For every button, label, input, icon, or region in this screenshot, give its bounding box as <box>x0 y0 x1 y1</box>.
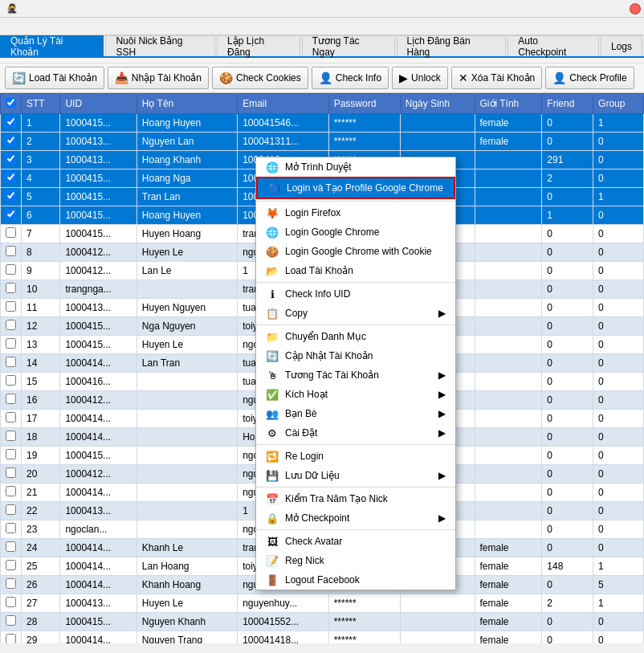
cell-stt: 23 <box>22 520 60 539</box>
tab-4[interactable]: Lịch Đăng Bán Hàng <box>397 35 507 56</box>
ctx-item-9[interactable]: 🔄Cập Nhật Tài Khoản <box>256 346 455 365</box>
row-checkbox[interactable] <box>1 206 22 225</box>
tab-5[interactable]: Auto Checkpoint <box>507 35 599 56</box>
tab-2[interactable]: Lập Lịch Đăng <box>217 35 300 56</box>
menu-help[interactable] <box>29 25 42 28</box>
tab-0[interactable]: Quản Lý Tài Khoản <box>0 35 104 56</box>
row-checkbox[interactable] <box>1 428 22 447</box>
row-checkbox[interactable] <box>1 169 22 188</box>
ctx-label-6: Check Info UID <box>285 288 350 300</box>
row-checkbox[interactable] <box>1 594 22 613</box>
row-checkbox[interactable] <box>1 336 22 354</box>
ctx-item-4[interactable]: 🍪Login Google Chrome with Cookie <box>256 242 455 261</box>
toolbar-btn-label-0: Load Tài Khoản <box>29 72 97 84</box>
cell-stt: 29 <box>22 631 60 644</box>
tab-3[interactable]: Tương Tác Ngay <box>302 35 395 56</box>
cell-họ-tên: Lan Hoang <box>137 557 237 576</box>
ctx-item-17[interactable]: 🔒Mở Checkpoint▶ <box>256 508 455 528</box>
ctx-icon-8: 📁 <box>266 330 279 343</box>
ctx-icon-17: 🔒 <box>266 512 279 524</box>
table-row[interactable]: 291000414...Nguyen Trang100041418...****… <box>1 631 644 644</box>
ctx-item-16[interactable]: 📅Kiểm Tra Năm Tạo Nick <box>256 489 455 508</box>
ctx-arrow-10: ▶ <box>438 369 446 381</box>
ctx-item-12[interactable]: 👥Bạn Bè▶ <box>256 404 455 423</box>
row-checkbox[interactable] <box>1 114 22 133</box>
row-checkbox[interactable] <box>1 262 22 280</box>
cell-uid: 1000415... <box>60 169 137 188</box>
row-checkbox[interactable] <box>1 317 22 336</box>
row-checkbox[interactable] <box>1 133 22 151</box>
table-row[interactable]: 271000413...Huyen Lenguyenhuy...******fe… <box>1 594 644 613</box>
row-checkbox[interactable] <box>1 447 22 465</box>
cell-friend: 0 <box>542 391 593 410</box>
ctx-item-19[interactable]: 📝Reg Nick <box>256 551 455 570</box>
ctx-item-20[interactable]: 🚪Logout Facebook <box>256 570 455 590</box>
ctx-item-11[interactable]: ✅Kích Hoạt▶ <box>256 385 455 404</box>
toolbar-btn-4[interactable]: ▶Unlock <box>392 67 448 89</box>
toolbar-btn-6[interactable]: 👤Check Profile <box>545 67 634 89</box>
ctx-item-7[interactable]: 📋Copy▶ <box>256 304 455 323</box>
row-checkbox[interactable] <box>1 465 22 484</box>
cell-uid: 1000415... <box>60 114 137 133</box>
toolbar-btn-0[interactable]: 🔄Load Tài Khoản <box>5 67 104 89</box>
cell-họ-tên: Hoang Nga <box>137 169 237 188</box>
cell-giới-tính <box>475 520 542 539</box>
cell-group: 0 <box>593 299 644 317</box>
ctx-item-3[interactable]: 🌐Login Google Chrome <box>256 222 455 242</box>
cell-friend: 0 <box>542 354 593 373</box>
cell-họ-tên <box>137 428 237 447</box>
row-checkbox[interactable] <box>1 188 22 206</box>
row-checkbox[interactable] <box>1 354 22 373</box>
cell-group: 0 <box>593 520 644 539</box>
row-checkbox[interactable] <box>1 613 22 631</box>
row-checkbox[interactable] <box>1 243 22 262</box>
menu-utility[interactable] <box>16 25 29 28</box>
table-row[interactable]: 21000413...Nguyen Lan100041311...******f… <box>1 133 644 151</box>
ctx-item-10[interactable]: 🖱Tương Tác Tài Khoản▶ <box>256 365 455 385</box>
ctx-item-14[interactable]: 🔁Re Login <box>256 447 455 466</box>
row-checkbox[interactable] <box>1 557 22 576</box>
ctx-item-8[interactable]: 📁Chuyển Danh Mục <box>256 327 455 346</box>
cell-giới-tính <box>475 354 542 373</box>
toolbar-btn-1[interactable]: 📥Nhập Tài Khoản <box>108 67 209 89</box>
cell-giới-tính <box>475 465 542 484</box>
row-checkbox[interactable] <box>1 299 22 317</box>
ctx-item-5[interactable]: 📂Load Tài Khoản <box>256 261 455 280</box>
toolbar-btn-3[interactable]: 👤Check Info <box>312 67 389 89</box>
row-checkbox[interactable] <box>1 520 22 539</box>
col-checkbox[interactable] <box>1 94 22 114</box>
row-checkbox[interactable] <box>1 280 22 299</box>
toolbar-btn-2[interactable]: 🍪Check Cookies <box>212 67 308 89</box>
table-row[interactable]: 281000415...Nguyen Khanh100041552...****… <box>1 613 644 631</box>
tab-6[interactable]: Logs <box>601 35 642 56</box>
toolbar-btn-5[interactable]: ✕Xóa Tài Khoản <box>451 67 543 89</box>
row-checkbox[interactable] <box>1 391 22 410</box>
ctx-item-0[interactable]: 🌐Mở Trình Duyệt <box>256 157 455 177</box>
ctx-item-18[interactable]: 🖼Check Avatar <box>256 532 455 551</box>
row-checkbox[interactable] <box>1 502 22 520</box>
toolbar-btn-icon-1: 📥 <box>115 71 128 84</box>
ctx-item-13[interactable]: ⚙Cài Đặt▶ <box>256 423 455 443</box>
row-checkbox[interactable] <box>1 410 22 428</box>
row-checkbox[interactable] <box>1 151 22 169</box>
ctx-item-2[interactable]: 🦊Login Firefox <box>256 203 455 222</box>
ctx-icon-18: 🖼 <box>266 535 279 548</box>
ctx-item-15[interactable]: 💾Lưu Dữ Liệu▶ <box>256 466 455 485</box>
row-checkbox[interactable] <box>1 225 22 243</box>
cell-uid: 1000414... <box>60 576 137 594</box>
ctx-item-1[interactable]: 🔵Login và Tạo Profile Google Chrome <box>256 177 455 199</box>
cell-stt: 5 <box>22 188 60 206</box>
menu-system[interactable] <box>3 25 16 28</box>
row-checkbox[interactable] <box>1 373 22 391</box>
row-checkbox[interactable] <box>1 631 22 644</box>
row-checkbox[interactable] <box>1 576 22 594</box>
tab-1[interactable]: Nuôi Nick Bảng SSH <box>105 35 215 56</box>
cell-họ-tên: Huyen Hoang <box>137 225 237 243</box>
row-checkbox[interactable] <box>1 539 22 557</box>
ctx-item-6[interactable]: ℹCheck Info UID <box>256 284 455 304</box>
close-button[interactable] <box>630 3 641 14</box>
cell-group: 0 <box>593 631 644 644</box>
row-checkbox[interactable] <box>1 484 22 502</box>
table-row[interactable]: 11000415...Hoang Huyen100041546...******… <box>1 114 644 133</box>
cell-stt: 3 <box>22 151 60 169</box>
